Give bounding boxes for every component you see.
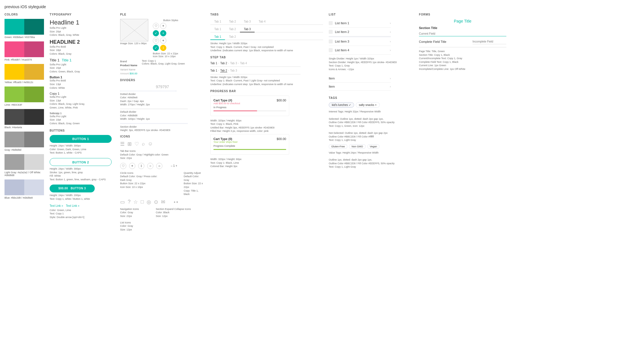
step-2-2[interactable]: Tab 2 (220, 69, 227, 72)
question-icon[interactable]: ? (128, 199, 131, 205)
list-item-2[interactable]: List Item 2 › (329, 28, 391, 36)
circle-icons-row: ♡ + i − ○ – 1 + (120, 163, 205, 169)
dividers-section-title: DIVIDERS (120, 79, 205, 82)
list-item-1[interactable]: List Item 1 › (329, 19, 391, 28)
button1-demo[interactable]: BUTTON 1 (50, 135, 112, 143)
tab-1-4[interactable]: Tab 4 (255, 19, 269, 25)
location-icon[interactable]: ◎ (147, 199, 151, 205)
button3-price: $00.00 (58, 187, 68, 190)
tab-2-2[interactable]: Tab 2 (225, 26, 240, 32)
list-item-arrow-4: › (390, 49, 391, 52)
tag-vegan[interactable]: Vegan (367, 144, 380, 149)
phone-icon[interactable]: □ (141, 199, 144, 205)
tab-1-2[interactable]: Tab 2 (225, 19, 240, 25)
color-gray-label: Gray: #9d9d9d (5, 148, 44, 151)
button2-meta: Height: 24px / Width: 300pxStroke: 1px, … (50, 167, 114, 181)
list-icon[interactable]: ☰ (120, 141, 125, 147)
tab-1-1[interactable]: Tab 1 (210, 19, 225, 25)
color-blue-2 (24, 179, 44, 195)
list-section-title: LIST (329, 13, 413, 16)
progress-bar-section-title: PROGRESS BAR (210, 90, 323, 93)
typo-subcopy-meta: Sofia Pro LightSize: 10ptColors: Black, … (50, 115, 114, 125)
ple-btn-heart-outline[interactable]: ♡ (153, 37, 159, 44)
ple-btn-plus-outline[interactable]: + (160, 37, 166, 44)
step-tab-row-2: Tab 1 › Tab 2 › Tab 3 (210, 69, 323, 72)
ple-btn-heart-gray[interactable]: ♡ (153, 23, 159, 29)
tab-row-1: Tab 1 Tab 2 Tab 3 Tab 4 (210, 19, 323, 25)
tag-gluten-free[interactable]: Gluten-Free (329, 144, 347, 149)
divider-dotted-label: Dotted dividerColor: #d4d9e8Dash: 2px / … (120, 92, 205, 106)
tab-2-3[interactable]: Tab 3 (240, 26, 255, 32)
smiley-icon[interactable]: ☺ (148, 141, 153, 147)
tag-non-gmo[interactable]: Non GMO (349, 144, 366, 149)
tag-kids-lunches[interactable]: kid's lunches ✓ (329, 102, 354, 108)
tabs-column: TABS Tab 1 Tab 2 Tab 3 Tab 4 Tab 1 Tab 2… (210, 13, 323, 169)
color-swatch-yellow: Yellow: #ffca00 / #e5b12c (5, 64, 44, 84)
tab-1-3[interactable]: Tab 3 (240, 19, 255, 25)
button2-demo[interactable]: BUTTON 2 (50, 158, 112, 166)
ple-btn-plus-green[interactable]: + (160, 30, 166, 36)
tab-bar-icons-meta: Tab Bar IconsDefault Color: Gray / Highl… (120, 149, 205, 160)
step-1-3[interactable]: Tab 3 (230, 62, 237, 65)
tabs-meta: Stroke: Height 1px / Width 320pxText: Co… (210, 42, 323, 52)
tab-row-3: Tab 1 Tab 2 (210, 34, 323, 40)
shield-icon[interactable]: ⊙ (154, 199, 158, 205)
text-link-1[interactable]: Text Link » (50, 204, 63, 207)
form-incomplete-field[interactable] (473, 39, 506, 44)
card-icon[interactable]: ▭ (120, 199, 125, 205)
color-gray-1 (5, 132, 24, 147)
list-item-arrow-2: › (390, 30, 391, 34)
list-item-arrow-3: › (390, 40, 391, 43)
ple-btn-plus-gray[interactable]: + (160, 23, 166, 29)
circle-heart-icon[interactable]: ♡ (120, 163, 126, 169)
step-2-3[interactable]: Tab 3 (230, 69, 237, 72)
list-item-4[interactable]: List Item 4 › (329, 46, 391, 55)
color-swatch-lime: Lime: #8DC63F (5, 86, 44, 106)
tag-salty-snacks[interactable]: salty snacks + (356, 102, 380, 108)
step-arrow-1: › (218, 62, 219, 65)
ple-btn-info-yellow[interactable]: i (160, 45, 166, 51)
circle-info-icon[interactable]: i (138, 163, 144, 169)
tab-2-1[interactable]: Tab 1 (210, 26, 225, 32)
step-arrow-2: › (228, 62, 229, 65)
step-1-1[interactable]: Tab 1 (210, 62, 217, 65)
ple-image-placeholder (120, 19, 148, 41)
step-2-1[interactable]: Tab 1 (210, 69, 217, 72)
cart-type-1: Cart Type (#) (213, 99, 232, 102)
color-gray-2 (24, 132, 44, 147)
heart-icon[interactable]: ♡ (134, 141, 139, 147)
color-swatch-gray: Gray: #9d9d9d (5, 132, 44, 151)
tab-3-2[interactable]: Tab 2 (225, 34, 240, 40)
step-1-4[interactable]: Tab 4 (240, 62, 247, 65)
typo-button1-meta: Sofia Pro BoldSize: 13ptColors: White (50, 79, 114, 90)
list-item-3[interactable]: List Item 3 › (329, 37, 391, 46)
grid-icon[interactable]: ⊞ (127, 141, 132, 147)
cart-price-1: $00.00 (277, 99, 286, 102)
search-icon[interactable]: ⌕ (142, 141, 145, 147)
ple-btn-check-green[interactable]: ✓ (153, 30, 159, 36)
typo-headline2: HEADLINE 2 (50, 39, 114, 45)
typo-subcopy: Subcopy 1 (50, 112, 114, 115)
form-current-field[interactable] (419, 31, 506, 36)
step-arrow-4: › (218, 69, 219, 72)
colors-column: COLORS Green: #00b8a4 / #03786a Pink: #f… (5, 13, 44, 202)
ple-image-size: Image Size: 120 x 96px (120, 42, 148, 45)
tab-3-1[interactable]: Tab 1 (210, 34, 225, 40)
circle-minus-icon[interactable]: − (147, 163, 153, 169)
color-yellow-1 (5, 64, 24, 80)
ple-btn-check-green-2[interactable]: ✓ (153, 45, 159, 51)
step-arrow-3: › (238, 62, 239, 65)
color-blue-label: Blue: #bbc2d8 / #d4d9e8 (5, 196, 44, 199)
value-tags-meta: Value Tags: Height 24px / Responsive Wid… (329, 151, 413, 169)
text-link-2[interactable]: Text Link » (66, 204, 80, 207)
step-arrow-5: › (228, 69, 229, 72)
star-icon[interactable]: ☆ (133, 199, 138, 205)
button3-demo[interactable]: $00.00 BUTTON 3 (50, 185, 95, 192)
circle-remove-icon[interactable]: ○ (156, 163, 162, 169)
step-1-2[interactable]: Tab 2 (220, 62, 227, 65)
typo-headline1-meta: Sofia Pro LightSize: 20ptColors: Black, … (50, 26, 114, 37)
mail-icon[interactable]: ✉ (161, 199, 165, 205)
color-black-label: Black: #4a4a4a (5, 126, 44, 129)
circle-plus-icon[interactable]: + (129, 163, 135, 169)
color-swatch-pink: Pink: #f54d87 / #ca4379 (5, 41, 44, 61)
